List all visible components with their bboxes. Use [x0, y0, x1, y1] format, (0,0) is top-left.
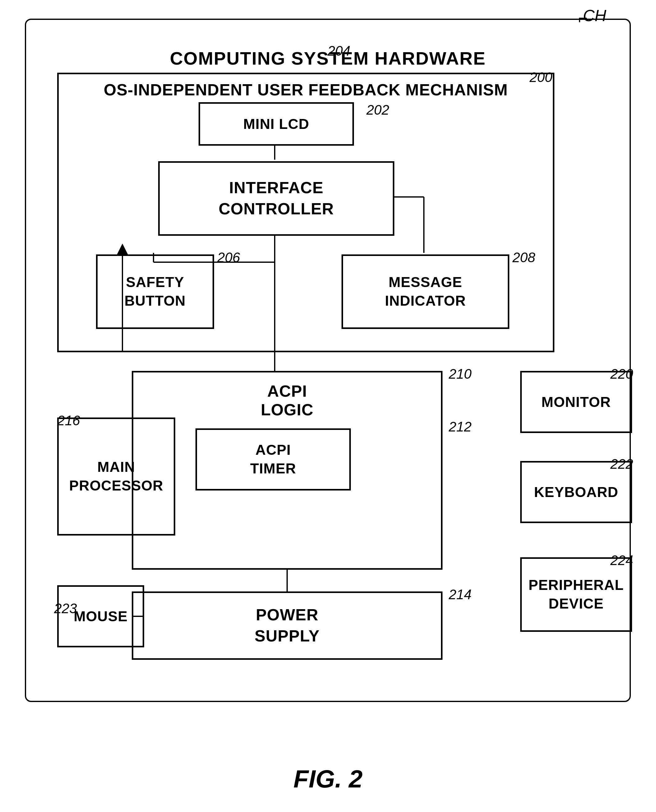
safety-button-label: SAFETYBUTTON — [125, 273, 186, 310]
acpi-logic-box: ACPILOGIC ACPITIMER — [132, 371, 442, 570]
power-supply-label: POWERSUPPLY — [255, 605, 319, 647]
acpi-logic-label: ACPILOGIC — [133, 382, 441, 419]
os-label: OS-INDEPENDENT USER FEEDBACK MECHANISM — [59, 80, 553, 99]
ref-202: 202 — [367, 102, 389, 118]
ref-206: 206 — [217, 250, 240, 265]
ref-220: 220 — [610, 366, 633, 382]
mini-lcd-box: MINI LCD — [198, 102, 354, 146]
mouse-box: MOUSE — [57, 585, 144, 647]
ref-214: 214 — [449, 587, 472, 602]
mouse-label: MOUSE — [74, 608, 128, 625]
os-independent-box: OS-INDEPENDENT USER FEEDBACK MECHANISM M… — [57, 73, 554, 352]
peripheral-device-box: PERIPHERALDEVICE — [520, 557, 632, 632]
peripheral-device-label: PERIPHERALDEVICE — [529, 576, 624, 613]
power-supply-box: POWERSUPPLY — [132, 591, 442, 660]
main-processor-label: MAINPROCESSOR — [69, 458, 164, 495]
keyboard-label: KEYBOARD — [534, 484, 618, 500]
interface-controller-box: INTERFACECONTROLLER — [158, 161, 395, 236]
acpi-timer-label: ACPITIMER — [250, 441, 296, 478]
ref-208: 208 — [512, 250, 535, 265]
monitor-label: MONITOR — [542, 394, 611, 411]
ref-224: 224 — [610, 553, 633, 568]
ref-204: 204 — [328, 43, 350, 59]
outer-computing-box: COMPUTING SYSTEM HARDWARE OS-INDEPENDENT… — [25, 19, 631, 702]
main-processor-box: MAINPROCESSOR — [57, 417, 175, 536]
message-indicator-box: MESSAGEINDICATOR — [342, 255, 509, 329]
safety-button-box: SAFETYBUTTON — [96, 255, 214, 329]
ref-216: 216 — [57, 413, 80, 428]
mini-lcd-label: MINI LCD — [243, 116, 309, 132]
ref-223: 223 — [54, 601, 77, 616]
message-indicator-label: MESSAGEINDICATOR — [385, 273, 466, 310]
ref-212: 212 — [449, 419, 472, 435]
interface-controller-label: INTERFACECONTROLLER — [218, 178, 334, 219]
fig-label: FIG. 2 — [0, 765, 656, 793]
page: CH ⌐ COMPUTING SYSTEM HARDWARE OS-INDEPE… — [0, 0, 656, 812]
ref-222: 222 — [610, 456, 633, 472]
acpi-timer-box: ACPITIMER — [195, 428, 351, 491]
ref-200: 200 — [529, 69, 552, 85]
ref-210: 210 — [449, 366, 472, 382]
